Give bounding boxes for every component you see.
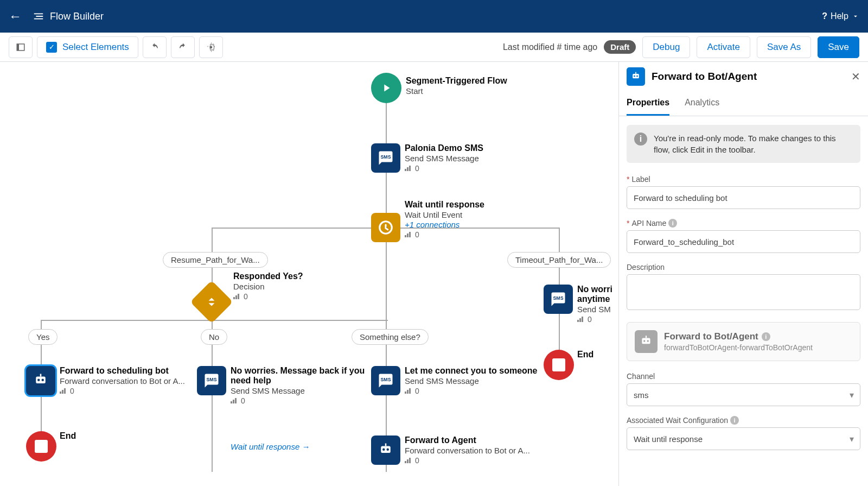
bot-icon	[627, 67, 645, 86]
chart-icon	[405, 388, 412, 394]
sms-node-palonia[interactable]: SMS Palonia Demo SMS Send SMS Message 0	[371, 143, 400, 173]
sms-icon: SMS	[371, 143, 400, 173]
undo-icon	[150, 42, 159, 52]
info-icon[interactable]: i	[668, 219, 677, 228]
node-title: No worries. Message back if you need hel…	[231, 366, 372, 386]
panel-icon	[16, 42, 25, 52]
waitconf-field-label: Associated Wait Configuration	[627, 416, 728, 425]
path-label-yes[interactable]: Yes	[28, 329, 58, 345]
help-button[interactable]: ? Help	[822, 11, 859, 21]
debug-button[interactable]: Debug	[642, 36, 690, 58]
svg-point-17	[634, 75, 635, 77]
sms-icon: SMS	[544, 285, 573, 314]
decision-node[interactable]: Responded Yes? Decision 0	[196, 287, 227, 317]
node-title: Palonia Demo SMS	[405, 143, 483, 153]
start-node[interactable]: Segment-Triggered Flow Start	[371, 73, 401, 103]
bot-node-agent[interactable]: Forward to Agent Forward conversation to…	[371, 435, 400, 465]
node-title: Segment-Triggered Flow	[406, 76, 507, 86]
label-input[interactable]	[627, 186, 860, 209]
node-subtitle: Wait Until Event	[405, 210, 484, 219]
sms-node-noworries-anytime[interactable]: SMS No worrianytime Send SM 0	[544, 285, 573, 314]
svg-rect-23	[646, 336, 647, 338]
path-label-timeout[interactable]: Timeout_Path_for_Wa...	[507, 252, 611, 268]
svg-rect-12	[381, 446, 391, 453]
tab-properties[interactable]: Properties	[627, 91, 669, 116]
node-subtitle: Send SMS Message	[405, 154, 483, 163]
clock-icon	[371, 213, 400, 242]
wait-node[interactable]: Wait until response Wait Until Event +1 …	[371, 213, 400, 242]
end-node-right[interactable]: End	[544, 350, 574, 380]
sms-icon: SMS	[197, 366, 226, 395]
subcard-title: Forward to Bot/Agent	[664, 331, 758, 342]
node-stat: 0	[588, 315, 592, 324]
end-node-left[interactable]: End	[26, 431, 56, 462]
svg-rect-1	[17, 44, 19, 51]
sms-node-connect[interactable]: SMS Let me connect you to someone Send S…	[371, 366, 400, 395]
node-subtitle: Send SMS Message	[405, 376, 537, 386]
channel-field-label: Channel	[627, 372, 655, 381]
node-title: End	[60, 431, 76, 441]
status-badge: Draft	[604, 40, 636, 54]
save-button[interactable]: Save	[818, 36, 859, 58]
node-stat: 0	[244, 292, 248, 301]
description-field-label: Description	[627, 263, 665, 272]
panel-tabs: Properties Analytics	[619, 91, 868, 116]
svg-rect-15	[385, 444, 387, 446]
svg-point-8	[42, 379, 44, 382]
channel-select[interactable]	[627, 383, 860, 406]
description-textarea[interactable]	[627, 274, 860, 310]
node-subtitle: Send SM	[577, 305, 618, 314]
info-icon: i	[634, 132, 647, 146]
flow-logo-icon	[33, 10, 44, 22]
path-label-resume[interactable]: Resume_Path_for_Wa...	[163, 252, 268, 268]
sidebar-toggle-button[interactable]	[9, 36, 33, 58]
app-title-text: Flow Builder	[50, 11, 104, 22]
svg-text:SMS: SMS	[381, 154, 391, 160]
node-connections-link[interactable]: +1 connections	[405, 220, 484, 229]
info-icon[interactable]: i	[762, 332, 770, 341]
svg-point-7	[37, 379, 40, 382]
label-field-label: Label	[631, 175, 650, 184]
stop-icon	[544, 350, 574, 380]
flow-canvas[interactable]: Segment-Triggered Flow Start SMS Palonia…	[0, 62, 618, 486]
sms-node-noworries-help[interactable]: SMS No worries. Message back if you need…	[197, 366, 226, 395]
node-stat: 0	[415, 230, 419, 239]
node-stat: 0	[415, 387, 419, 395]
svg-point-13	[382, 449, 385, 451]
stop-icon	[26, 431, 56, 462]
save-as-button[interactable]: Save As	[757, 36, 811, 58]
tab-analytics[interactable]: Analytics	[685, 91, 719, 116]
redo-button[interactable]	[171, 36, 195, 58]
node-stat: 0	[241, 396, 245, 405]
close-icon[interactable]: ✕	[851, 70, 860, 83]
chart-icon	[577, 317, 585, 322]
node-title: End	[577, 350, 593, 359]
svg-point-22	[647, 340, 649, 342]
path-label-no[interactable]: No	[201, 329, 227, 345]
panel-body: i You're in read-only mode. To make chan…	[619, 116, 868, 486]
wait-until-response-link[interactable]: Wait until response →	[231, 442, 310, 451]
node-subtitle: Decision	[233, 282, 303, 291]
waitconf-select[interactable]	[627, 427, 860, 450]
svg-rect-16	[633, 74, 639, 78]
node-subtitle: Forward conversation to Bot or A...	[405, 446, 530, 455]
check-icon: ✓	[46, 42, 57, 53]
svg-text:SMS: SMS	[553, 295, 564, 301]
chart-icon	[405, 232, 412, 237]
svg-point-21	[643, 340, 645, 342]
readonly-message: You're in read-only mode. To make change…	[654, 132, 853, 155]
settings-button[interactable]	[199, 36, 223, 58]
svg-point-18	[636, 75, 638, 77]
svg-rect-9	[40, 374, 42, 377]
select-elements-label: Select Elements	[62, 42, 129, 53]
select-elements-button[interactable]: ✓ Select Elements	[37, 36, 138, 58]
toolbar: ✓ Select Elements Last modified # time a…	[0, 33, 868, 62]
info-icon[interactable]: i	[730, 416, 739, 425]
app-title: Flow Builder	[33, 10, 104, 22]
bot-node-scheduling[interactable]: Forward to scheduling bot Forward conver…	[26, 366, 55, 395]
apiname-input[interactable]	[627, 230, 860, 253]
activate-button[interactable]: Activate	[697, 36, 750, 58]
undo-button[interactable]	[143, 36, 167, 58]
path-label-else[interactable]: Something else?	[352, 329, 429, 345]
back-arrow[interactable]: ←	[9, 9, 22, 24]
